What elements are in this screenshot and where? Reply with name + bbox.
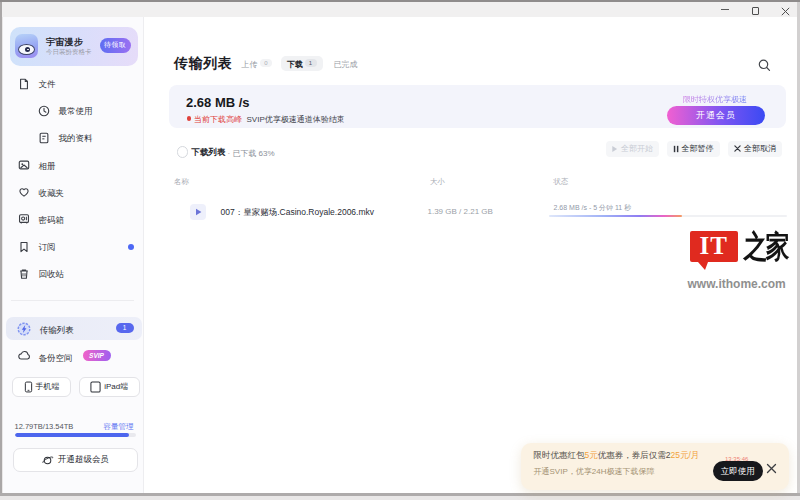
storage-usage-text: 12.79TB/13.54TB — [15, 422, 74, 431]
toast-detail-text: 开通SVIP，优享24H极速下载保障 — [534, 466, 655, 477]
file-icon — [18, 78, 30, 90]
storage-manage-link[interactable]: 容量管理 — [91, 422, 134, 432]
column-header-size: 大小 — [430, 177, 445, 187]
ithome-url: www.ithome.com — [688, 277, 786, 291]
sidebar-divider — [11, 300, 134, 301]
lightning-icon — [17, 322, 31, 336]
notification-dot — [128, 244, 134, 250]
cloud-icon — [18, 350, 31, 362]
start-all-button[interactable]: 全部开始 — [606, 141, 659, 157]
toast-offer-segment: 优惠券，券后仅需2 — [598, 450, 671, 460]
cancel-all-button[interactable]: 全部取消 — [728, 141, 782, 157]
ithome-brand-text: 之家 — [744, 226, 788, 267]
file-progress-track — [549, 215, 787, 218]
tab-completed[interactable]: 已完成 — [334, 59, 358, 70]
upgrade-svip-button[interactable]: 开通超级会员 — [13, 448, 138, 472]
bookmark-icon — [18, 241, 30, 253]
toast-offer-text: 限时优惠红包5元优惠券，券后仅需225元/月 — [534, 450, 700, 462]
sidebar-item-label: 我的资料 — [59, 133, 93, 145]
cancel-icon — [734, 145, 741, 152]
ipad-client-button[interactable]: iPad端 — [79, 377, 141, 397]
sidebar-item-label: 订阅 — [39, 242, 56, 254]
window-close-button[interactable] — [781, 7, 790, 16]
phone-client-label: 手机端 — [36, 381, 60, 392]
transfer-count-badge: 1 — [116, 323, 134, 333]
open-vip-button[interactable]: 开通会员 — [667, 106, 765, 125]
sidebar-item-label: 回收站 — [39, 269, 65, 281]
speed-banner: 2.68 MB /s 当前下载高峰 SVIP优享极速通道体验结束 限时特权优享极… — [169, 85, 787, 129]
cancel-all-label: 全部取消 — [744, 143, 776, 154]
sidebar-item-safe[interactable]: 密码箱 — [3, 206, 144, 233]
sidebar-item-transfer-list[interactable]: 传输列表 1 — [6, 317, 142, 340]
tab-upload[interactable]: 上传 — [242, 59, 258, 70]
tablet-icon — [90, 381, 101, 393]
sidebar-item-clock[interactable]: 最常使用 — [3, 98, 144, 125]
toast-offer-segment: 限时优惠红包 — [534, 450, 585, 460]
ithome-watermark: IT 之家 www.ithome.com — [688, 228, 794, 308]
toast-offer-segment: 25元/月 — [670, 450, 699, 460]
sidebar-item-label: 传输列表 — [40, 325, 74, 337]
play-icon — [611, 145, 618, 153]
ithome-logo-text: IT — [690, 232, 738, 260]
sidebar-item-file[interactable]: 文件 — [3, 71, 144, 98]
profile-subtitle: 今日装扮资格卡 — [46, 48, 92, 57]
sidebar-item-label: 文件 — [39, 79, 56, 91]
sidebar-item-trash[interactable]: 回收站 — [3, 261, 144, 288]
use-now-button[interactable]: 立即使用 — [713, 461, 764, 482]
window-minimize-button[interactable] — [721, 9, 729, 10]
storage-progress-track — [15, 433, 136, 438]
search-icon[interactable] — [757, 58, 771, 72]
alert-dot — [187, 116, 192, 121]
toast-close-icon[interactable] — [766, 463, 778, 475]
phone-icon — [24, 381, 33, 393]
file-name[interactable]: 007：皇家赌场.Casino.Royale.2006.mkv — [221, 207, 375, 219]
sidebar-item-bookmark[interactable]: 订阅 — [3, 234, 144, 261]
photo-icon — [18, 159, 30, 171]
safe-icon — [18, 213, 30, 225]
pause-all-label: 全部暂停 — [682, 143, 714, 154]
window-border-bottom — [0, 493, 800, 496]
download-list-title: 下载列表 — [192, 147, 226, 159]
heart-icon — [18, 186, 30, 198]
sidebar-item-label: 相册 — [39, 161, 56, 173]
download-list-subtitle: · 已下载 63% — [228, 148, 275, 159]
tab-download[interactable]: 下载 1 — [281, 56, 323, 72]
page-title: 传输列表 — [174, 55, 232, 73]
play-icon — [195, 208, 202, 216]
tab-download-badge: 1 — [305, 59, 317, 67]
column-header-name: 名称 — [174, 177, 189, 187]
select-all-checkbox[interactable] — [177, 146, 189, 158]
promo-toast: 限时优惠红包5元优惠券，券后仅需225元/月 13:35:46 开通SVIP，优… — [521, 443, 789, 490]
claim-badge[interactable]: 待领取 — [100, 38, 132, 53]
download-speed: 2.68 MB /s — [186, 95, 250, 110]
ipad-client-label: iPad端 — [104, 381, 128, 392]
svip-badge: SVIP — [83, 350, 111, 361]
promo-text: 限时特权优享极速 — [667, 94, 748, 105]
note-icon — [38, 132, 50, 144]
sidebar-item-photo[interactable]: 相册 — [3, 152, 144, 179]
app-window: 宇宙漫步 今日装扮资格卡 待领取 文件最常使用我的资料相册收藏夹密码箱订阅回收站… — [3, 17, 798, 493]
planet-icon — [41, 455, 54, 466]
row-play-button[interactable] — [190, 204, 206, 220]
start-all-label: 全部开始 — [621, 143, 653, 154]
sidebar: 宇宙漫步 今日装扮资格卡 待领取 文件最常使用我的资料相册收藏夹密码箱订阅回收站… — [3, 17, 144, 493]
sidebar-item-backup[interactable]: 备份空间 SVIP — [3, 344, 144, 368]
column-header-status: 状态 — [553, 177, 568, 187]
sidebar-item-label: 最常使用 — [59, 106, 93, 118]
pause-icon — [673, 145, 679, 153]
phone-client-button[interactable]: 手机端 — [12, 377, 71, 397]
window-maximize-button[interactable] — [752, 7, 760, 15]
sidebar-item-label: 收藏夹 — [39, 188, 65, 200]
alert-text-rest: SVIP优享极速通道体验结束 — [247, 114, 345, 125]
clock-icon — [38, 105, 50, 117]
app-logo-icon — [15, 34, 38, 58]
file-status: 2.68 MB /s - 5 分钟 11 秒 — [554, 203, 632, 213]
upgrade-svip-label: 开通超级会员 — [58, 454, 109, 466]
storage-progress-fill — [15, 433, 130, 438]
tab-download-label: 下载 — [287, 59, 303, 70]
sidebar-item-note[interactable]: 我的资料 — [3, 125, 144, 152]
logo-eye-shape — [18, 44, 35, 55]
sidebar-item-heart[interactable]: 收藏夹 — [3, 179, 144, 206]
profile-card[interactable]: 宇宙漫步 今日装扮资格卡 待领取 — [10, 27, 138, 67]
pause-all-button[interactable]: 全部暂停 — [667, 141, 720, 157]
